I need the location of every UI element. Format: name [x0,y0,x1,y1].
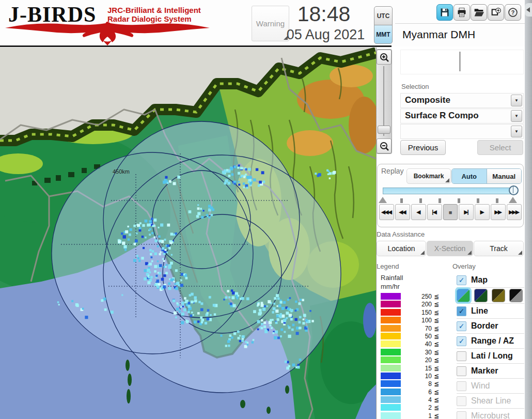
overlay-item-label: Shear Line [471,396,511,406]
utc-label: UTC [377,12,390,20]
select-button[interactable]: Select [477,140,523,155]
overlay-item-line: ✓Line [457,304,524,319]
save-button[interactable] [436,4,453,21]
panel-collapse-strip[interactable] [525,0,532,419]
map-style-swatch-3[interactable] [492,289,505,302]
replay-range-end-marker[interactable] [509,197,517,203]
legend-leq-symbol: ≦ [434,333,439,340]
legend-leq-symbol: ≦ [434,412,439,419]
radar-map-canvas: 450km [0,48,376,419]
step-back-button[interactable]: |◀ [427,204,442,220]
previous-button[interactable]: Previous [400,140,446,155]
message-box[interactable] [400,50,524,74]
add-image-button[interactable] [488,4,504,21]
location-button-label: Location [388,244,415,253]
legend-row: 40≦ [381,340,444,348]
checkbox-lati-long[interactable] [457,351,466,361]
legend-value: 250 [402,293,432,300]
replay-slider-handle[interactable] [509,185,519,195]
fast-forward-3x-button[interactable]: ▶▶▶ [507,204,522,220]
legend-title-rainfall: Rainfall [381,274,403,282]
location-button[interactable]: Location [377,241,426,256]
timezone-utc-button[interactable]: UTC [374,6,393,25]
bookmark-button[interactable]: Bookmark [406,168,451,184]
chevron-down-icon[interactable]: ▼ [511,110,522,122]
checkbox-microburst[interactable] [457,411,466,419]
overlay-item-label: Wind [471,381,490,391]
legend-color-swatch [381,396,401,403]
legend-row: 200≦ [381,300,444,308]
checkbox-shear-line[interactable] [457,396,466,406]
replay-slider-tick [419,198,422,203]
overlay-item-lati-long: Lati / Long [457,349,524,364]
radar-map[interactable]: 450km [0,48,377,419]
stop-button[interactable]: ■ [443,204,458,220]
print-button[interactable] [453,4,470,21]
zoom-out-button[interactable] [377,138,392,153]
overlay-item-marker: Marker [457,364,524,379]
manual-mode-button[interactable]: Manual [487,169,522,183]
legend-color-swatch [381,317,401,323]
fast-forward-button[interactable]: ▶▶ [491,204,506,220]
legend-value: 15 [402,365,432,372]
panel-rule [395,23,525,24]
chevron-down-icon[interactable]: ▼ [511,95,522,106]
play-backward-button[interactable]: ◀ [411,204,426,220]
legend-row: 100≦ [381,316,444,324]
timezone-mmt-button[interactable]: MMT [374,25,393,44]
selection-dropdown-2[interactable]: Surface R Compo ▼ [400,108,524,123]
checkbox-marker[interactable] [457,366,466,376]
print-icon [457,7,467,18]
overlay-item-label: Line [471,306,488,316]
open-folder-icon [474,7,484,18]
site-name: Myanmar DMH [402,28,475,41]
replay-slider-track[interactable] [383,188,514,194]
collapse-arrow-icon [526,7,530,12]
replay-slider-tick [477,198,479,203]
overlay-item-wind: Wind [457,379,524,394]
chevron-down-icon[interactable]: ▼ [511,126,522,137]
overlay-item-label: Range / AZ [471,336,514,346]
legend-value: 50 [402,333,432,340]
add-image-icon [491,7,501,18]
map-style-swatch-2[interactable] [474,289,488,302]
legend-leq-symbol: ≦ [434,356,439,364]
fast-rewind-button[interactable]: ◀◀ [395,204,410,220]
magnifier-minus-icon [380,142,389,151]
selection-dropdown-1[interactable]: Composite ▼ [400,93,524,108]
track-button-label: Track [490,244,507,253]
step-forward-button[interactable]: ▶| [459,204,474,220]
map-style-swatch-1[interactable] [457,289,470,302]
zoom-in-button[interactable] [377,50,392,65]
legend-leq-symbol: ≦ [434,389,439,396]
help-button[interactable]: ? [505,4,521,21]
legend-value: 40 [402,340,432,348]
open-button[interactable] [471,4,487,21]
select-button-label: Select [490,143,511,152]
fast-rewind-3x-button[interactable]: ◀◀◀ [379,204,394,220]
legend-value: 10 [402,373,432,380]
auto-mode-button[interactable]: Auto [452,169,487,183]
previous-button-label: Previous [408,143,438,152]
overlay-item-label: Microburst [471,411,510,419]
map-style-swatch-4[interactable] [509,289,523,302]
checkbox-border[interactable]: ✓ [457,321,466,331]
zoom-slider-handle[interactable] [378,126,390,134]
replay-range-start-marker[interactable] [379,197,387,203]
track-button[interactable]: Track [474,241,524,256]
legend-color-swatch [381,325,401,332]
x-section-button[interactable]: X-Section [427,241,473,256]
checkbox-map[interactable]: ✓ [457,275,466,285]
legend-title-unit: mm/hr [381,283,400,290]
checkbox-wind[interactable] [457,381,466,391]
legend-color-swatch [381,301,401,307]
legend-leq-symbol: ≦ [434,309,439,316]
legend-value: 6 [402,389,432,396]
selection-dropdown-3[interactable]: ▼ [400,124,524,139]
overlay-item-border: ✓Border [457,319,524,334]
legend-value: 30 [402,349,432,356]
checkbox-range-az[interactable]: ✓ [457,336,466,346]
play-button[interactable]: ▶ [475,204,490,220]
legend-leq-symbol: ≦ [434,340,439,348]
checkbox-line[interactable]: ✓ [457,306,466,316]
